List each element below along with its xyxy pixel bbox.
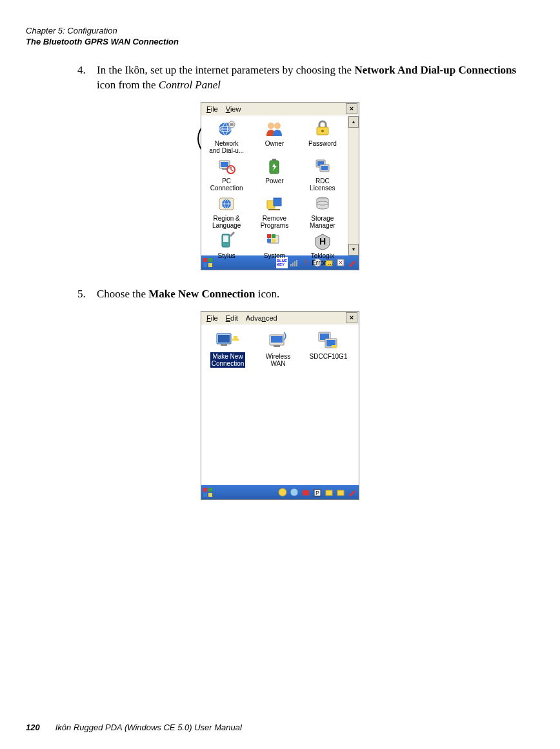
start-icon[interactable]: [203, 487, 213, 497]
step-5-number: 5.: [77, 287, 97, 302]
item-network-dialup[interactable]: Networkand Dial-u...: [203, 119, 250, 156]
item-label: RemovePrograms: [261, 215, 288, 229]
item-label: Region &Language: [212, 215, 241, 229]
item-system[interactable]: System: [250, 231, 298, 268]
menu-advanced[interactable]: Advanced: [242, 313, 281, 323]
item-teklogix-error[interactable]: H TeklogixError ...: [299, 231, 346, 268]
svg-rect-3: [230, 123, 234, 126]
step-5: 5. Choose the Make New Connection icon.: [77, 287, 528, 302]
scroll-up-button[interactable]: ▴: [348, 116, 359, 128]
section-label: The Bluetooth GPRS WAN Connection: [26, 37, 534, 48]
svg-rect-62: [303, 490, 309, 495]
menu-view[interactable]: View: [222, 104, 245, 114]
svg-rect-65: [326, 490, 332, 495]
svg-rect-56: [203, 488, 207, 492]
svg-rect-66: [337, 490, 344, 495]
menu-edit[interactable]: Edit: [222, 313, 242, 323]
item-label: Power: [265, 177, 283, 185]
connections-window: File Edit Advanced × Make NewConnection …: [201, 311, 359, 500]
item-wireless-wan[interactable]: WirelessWAN: [255, 329, 301, 481]
item-owner[interactable]: Owner: [250, 119, 298, 156]
step-4-text: In the Ikôn, set up the internet paramet…: [97, 63, 528, 93]
chapter-label: Chapter 5: Configuration: [26, 26, 534, 37]
menu-file[interactable]: File: [203, 313, 222, 323]
svg-rect-46: [232, 339, 239, 341]
storage-icon: [312, 194, 333, 214]
scroll-down-button[interactable]: ▾: [348, 244, 359, 255]
svg-rect-47: [234, 336, 237, 339]
svg-point-4: [268, 123, 274, 129]
tray-icon-e[interactable]: [324, 487, 334, 497]
svg-point-5: [274, 123, 281, 129]
svg-rect-17: [321, 166, 328, 170]
tray-icon-b[interactable]: [289, 487, 299, 497]
svg-rect-13: [272, 159, 276, 161]
svg-rect-29: [267, 239, 271, 243]
network-adapter-icon: [315, 329, 341, 351]
item-rdc-licenses[interactable]: RDCLicenses: [299, 156, 346, 194]
tray-icon-c[interactable]: [301, 487, 311, 497]
taskbar: P: [201, 485, 359, 499]
page-number: 120: [26, 723, 40, 732]
item-label: SDCCF10G1: [308, 352, 349, 361]
tray-icon-f[interactable]: [335, 487, 346, 497]
region-icon: [216, 194, 237, 214]
svg-rect-21: [274, 198, 281, 206]
close-button[interactable]: ×: [346, 103, 357, 114]
svg-point-60: [279, 488, 286, 496]
svg-rect-27: [267, 234, 271, 238]
svg-rect-49: [271, 336, 283, 343]
menubar: File Edit Advanced ×: [201, 312, 359, 325]
rdc-icon: [312, 156, 333, 177]
tray-icon-a[interactable]: [277, 487, 288, 497]
wireless-wan-icon: [265, 329, 291, 351]
make-new-connection-icon: [215, 329, 241, 351]
item-storage-manager[interactable]: StorageManager: [299, 194, 346, 231]
control-panel-body: Networkand Dial-u... Owner Password: [201, 116, 359, 255]
page-footer: 120 Ikôn Rugged PDA (Windows CE 5.0) Use…: [26, 723, 242, 732]
globe-network-icon: [216, 119, 237, 139]
item-remove-programs[interactable]: RemovePrograms: [250, 194, 298, 231]
svg-text:H: H: [319, 236, 326, 246]
svg-rect-59: [208, 493, 212, 497]
item-sdccf10g1[interactable]: SDCCF10G1: [306, 329, 351, 481]
item-make-new-connection[interactable]: Make NewConnection: [205, 329, 250, 481]
item-label: Stylus: [218, 252, 235, 259]
svg-rect-25: [223, 235, 228, 242]
svg-rect-45: [221, 344, 227, 346]
pen-icon[interactable]: [347, 257, 357, 268]
item-region-language[interactable]: Region &Language: [203, 194, 250, 231]
page-header: Chapter 5: Configuration The Bluetooth G…: [26, 26, 534, 48]
item-label: System: [264, 252, 285, 259]
item-label: PCConnection: [210, 177, 243, 192]
svg-point-7: [321, 130, 324, 132]
item-pc-connection[interactable]: PCConnection: [203, 156, 250, 194]
step-5-text: Choose the Make New Connection icon.: [97, 287, 528, 302]
control-panel-window: File View × Networkand Dial-u... Owner: [201, 102, 359, 270]
menubar: File View ×: [201, 103, 359, 116]
power-icon: [264, 156, 285, 177]
menu-file[interactable]: File: [203, 104, 222, 114]
item-password[interactable]: Password: [299, 119, 346, 156]
screenshot-connections: File Edit Advanced × Make NewConnection …: [26, 311, 534, 500]
item-label: Owner: [265, 140, 284, 147]
svg-rect-28: [272, 234, 275, 238]
pen-icon[interactable]: [347, 487, 357, 497]
remove-programs-icon: [264, 194, 285, 214]
step-4: 4. In the Ikôn, set up the internet para…: [77, 63, 528, 93]
screenshot-control-panel: File View × Networkand Dial-u... Owner: [26, 102, 534, 270]
tray-icon-d[interactable]: P: [312, 487, 323, 497]
close-button[interactable]: ×: [346, 312, 357, 323]
scrollbar[interactable]: ▴ ▾: [348, 116, 359, 255]
item-label: Make NewConnection: [210, 352, 246, 368]
password-icon: [312, 119, 333, 139]
owner-icon: [264, 119, 285, 139]
svg-rect-10: [222, 168, 227, 170]
item-label: TeklogixError ...: [311, 252, 334, 266]
item-power[interactable]: Power: [250, 156, 298, 194]
svg-point-61: [290, 488, 298, 496]
item-stylus[interactable]: Stylus: [203, 231, 250, 268]
step-4-number: 4.: [77, 63, 97, 93]
footer-title: Ikôn Rugged PDA (Windows CE 5.0) User Ma…: [55, 723, 242, 732]
pc-connection-icon: [216, 156, 237, 177]
